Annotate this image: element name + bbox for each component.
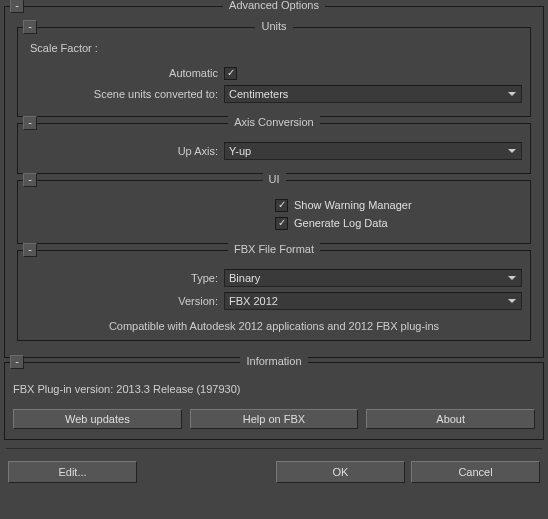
information-title: Information [5, 355, 543, 367]
up-axis-select[interactable]: Y-up [224, 142, 522, 160]
fbx-format-panel: - FBX File Format Type: Binary Version: … [17, 250, 531, 341]
fbx-format-title: FBX File Format [18, 243, 530, 255]
type-select[interactable]: Binary [224, 269, 522, 287]
version-select[interactable]: FBX 2012 [224, 292, 522, 310]
show-warning-label: Show Warning Manager [294, 199, 412, 211]
about-button[interactable]: About [366, 409, 535, 429]
generate-log-checkbox[interactable] [275, 217, 288, 230]
version-label: Version: [26, 295, 224, 307]
footer-spacer [143, 461, 270, 483]
type-label: Type: [26, 272, 224, 284]
up-axis-label: Up Axis: [26, 145, 224, 157]
automatic-label: Automatic [26, 67, 224, 79]
advanced-options-panel: - Advanced Options - Units Scale Factor … [4, 6, 544, 358]
show-warning-checkbox[interactable] [275, 199, 288, 212]
units-panel: - Units Scale Factor : Automatic Scene u… [17, 27, 531, 117]
cancel-button[interactable]: Cancel [411, 461, 540, 483]
scene-units-label: Scene units converted to: [26, 88, 224, 100]
scale-factor-label: Scale Factor : [30, 42, 522, 54]
footer-buttons: Edit... OK Cancel [2, 453, 546, 487]
help-on-fbx-button[interactable]: Help on FBX [190, 409, 359, 429]
automatic-checkbox[interactable] [224, 67, 237, 80]
scene-units-select[interactable]: Centimeters [224, 85, 522, 103]
web-updates-button[interactable]: Web updates [13, 409, 182, 429]
plugin-version-text: FBX Plug-in version: 2013.3 Release (197… [13, 383, 539, 395]
advanced-options-title: Advanced Options [5, 0, 543, 11]
ui-panel: - UI Show Warning Manager Generate Log D… [17, 180, 531, 244]
units-title: Units [18, 20, 530, 32]
generate-log-label: Generate Log Data [294, 217, 388, 229]
ok-button[interactable]: OK [276, 461, 405, 483]
axis-conversion-title: Axis Conversion [18, 116, 530, 128]
ui-title: UI [18, 173, 530, 185]
compat-text: Compatible with Autodesk 2012 applicatio… [26, 320, 522, 332]
axis-conversion-panel: - Axis Conversion Up Axis: Y-up [17, 123, 531, 174]
divider [6, 448, 542, 449]
edit-button[interactable]: Edit... [8, 461, 137, 483]
information-panel: - Information FBX Plug-in version: 2013.… [4, 362, 544, 440]
